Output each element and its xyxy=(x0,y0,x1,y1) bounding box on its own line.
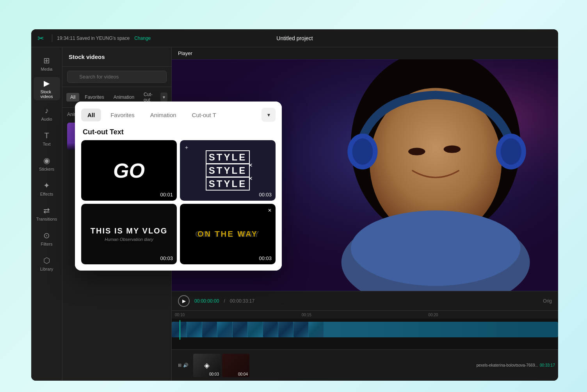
dropdown-card-style[interactable]: STYLE STYLE ✕ STYLE ✕ ＋ 00:03 xyxy=(180,140,276,201)
sidebar-item-stickers[interactable]: ◉ Stickers xyxy=(34,152,60,175)
app-logo-icon: ✂ xyxy=(37,34,44,43)
dropdown-card-vlog[interactable]: THIS IS MY VLOG Human Observation diary … xyxy=(81,204,177,264)
sidebar-item-text[interactable]: T Text xyxy=(34,127,60,150)
sidebar-item-effects[interactable]: ✦ Effects xyxy=(34,177,60,200)
timeline-track[interactable] xyxy=(172,320,558,340)
clip-label: pexels-ekaterina-bolovtsova-7669... xyxy=(477,363,538,367)
svg-point-10 xyxy=(501,138,521,165)
dropdown-section-title: Cut-out Text xyxy=(75,122,282,140)
card-style-text-3: STYLE xyxy=(206,177,250,191)
panel-title: Stock videos xyxy=(62,47,171,67)
sidebar-item-stock-videos[interactable]: ▶ Stockvideos xyxy=(34,77,60,100)
top-bar-divider xyxy=(52,34,52,42)
card-style-x-2: ✕ xyxy=(248,175,253,182)
svg-point-6 xyxy=(444,145,461,153)
sidebar-label-effects: Effects xyxy=(40,192,53,196)
frame-7 xyxy=(263,322,278,337)
save-info: 19:34:11 Saved in YEUNG's space xyxy=(57,36,130,41)
timeline-mark-10: 00:10 xyxy=(175,313,302,317)
bottom-thumb-2-time: 00:04 xyxy=(238,372,248,376)
frame-10 xyxy=(309,322,324,337)
panel-tab-more[interactable]: ▾ xyxy=(160,93,167,102)
sidebar-item-transitions[interactable]: ⇄ Transitions xyxy=(34,202,60,225)
dropdown-tab-all[interactable]: All xyxy=(81,109,101,121)
sidebar-item-library[interactable]: ⬡ Library xyxy=(34,252,60,275)
timeline: 00:10 00:15 00:20 xyxy=(172,310,558,349)
svg-point-8 xyxy=(352,138,373,165)
panel-tab-animation[interactable]: Animation xyxy=(110,93,138,102)
sidebar-label-media: Media xyxy=(41,67,53,71)
sidebar-label-audio: Audio xyxy=(41,117,52,121)
panel-tab-favorites[interactable]: Favorites xyxy=(81,93,108,102)
clip-info: pexels-ekaterina-bolovtsova-7669... 00:3… xyxy=(477,363,555,367)
stickers-icon: ◉ xyxy=(43,156,50,165)
card-style-text-wrap-3: STYLE ✕ xyxy=(206,178,250,189)
play-icon: ▶ xyxy=(182,298,186,304)
bottom-thumb-1-icon: ◈ xyxy=(204,361,210,370)
card-style-duration: 00:03 xyxy=(259,192,272,198)
timeline-clip xyxy=(172,322,558,337)
bottom-thumbs: ⊞ 🔊 ◈ 00:03 00:04 pexels-ekaterina-bolov… xyxy=(172,349,558,381)
sidebar-item-filters[interactable]: ⊙ Filters xyxy=(34,227,60,250)
dropdown-tab-animation[interactable]: Animation xyxy=(144,109,183,121)
bottom-thumb-1-time: 00:03 xyxy=(209,372,219,376)
bottom-thumb-2[interactable]: 00:04 xyxy=(222,354,249,377)
dropdown-card-onway[interactable]: ON THE WAY ON THE WAY ✕ 00:03 xyxy=(180,204,276,264)
dropdown-tab-favorites[interactable]: Favorites xyxy=(104,109,141,121)
dropdown-tab-more-button[interactable]: ▾ xyxy=(261,108,276,122)
frame-9 xyxy=(294,322,308,337)
play-button[interactable]: ▶ xyxy=(178,295,190,307)
card-go-duration: 00:01 xyxy=(160,192,173,198)
clip-end-time: 00:33:17 xyxy=(540,363,555,367)
card-style-text-wrap-2: STYLE ✕ xyxy=(206,165,250,176)
frame-1 xyxy=(172,322,187,337)
dropdown-tab-cutout[interactable]: Cut-out T xyxy=(186,109,222,121)
card-style-text-1: STYLE xyxy=(206,150,250,164)
time-separator: / xyxy=(224,298,225,304)
card-style-x-1: ✕ xyxy=(248,162,253,168)
card-vlog-content: THIS IS MY VLOG Human Observation diary xyxy=(91,226,167,242)
dropdown-tabs: All Favorites Animation Cut-out T ▾ xyxy=(75,102,282,122)
timeline-mark-15: 00:15 xyxy=(302,313,429,317)
frame-2 xyxy=(187,322,202,337)
sidebar-label-stickers: Stickers xyxy=(39,167,54,171)
svg-point-12 xyxy=(351,210,521,286)
sidebar-item-media[interactable]: ⊞ Media xyxy=(34,52,60,75)
sidebar-label-filters: Filters xyxy=(41,242,53,246)
card-vlog-sub-text: Human Observation diary xyxy=(105,237,153,242)
search-input[interactable] xyxy=(67,71,167,83)
filters-icon: ⊙ xyxy=(43,231,50,240)
timeline-clip-frames xyxy=(172,322,558,337)
bottom-thumb-1[interactable]: ◈ 00:03 xyxy=(193,354,221,377)
change-button[interactable]: Change xyxy=(134,36,151,41)
sidebar-item-audio[interactable]: ♪ Audio xyxy=(34,102,60,125)
sidebar-label-stock-videos: Stockvideos xyxy=(41,89,53,99)
frame-3 xyxy=(202,322,217,337)
player-controls: ▶ 00:00:00:00 / 00:00:33:17 Orig xyxy=(172,291,558,310)
project-title: Untitled project xyxy=(276,35,313,41)
sidebar-label-library: Library xyxy=(40,267,53,271)
card-onway-x: ✕ xyxy=(268,208,272,213)
bottom-thumb-icons: ⊞ 🔊 xyxy=(175,363,192,368)
dropdown-card-go[interactable]: GO 00:01 xyxy=(81,140,177,201)
sidebar-label-transitions: Transitions xyxy=(36,217,57,221)
frame-5 xyxy=(233,322,247,337)
card-style-text-wrap-1: STYLE xyxy=(206,152,250,163)
top-bar: ✂ 19:34:11 Saved in YEUNG's space Change… xyxy=(31,29,558,47)
dropdown-modal: All Favorites Animation Cut-out T ▾ Cut-… xyxy=(75,102,282,271)
effects-icon: ✦ xyxy=(43,181,50,190)
dropdown-grid: GO 00:01 STYLE STYLE ✕ STYLE ✕ xyxy=(75,140,282,271)
panel-tab-all[interactable]: All xyxy=(66,93,79,102)
media-icon: ⊞ xyxy=(43,56,50,65)
bottom-thumb-icon-1: ⊞ xyxy=(178,363,181,368)
svg-point-5 xyxy=(408,148,425,155)
stock-videos-icon: ▶ xyxy=(44,78,50,88)
card-vlog-main-text: THIS IS MY VLOG xyxy=(91,226,167,235)
current-time: 00:00:00:00 xyxy=(194,298,219,304)
frame-6 xyxy=(248,322,263,337)
card-onway-main-text: ON THE WAY xyxy=(197,230,258,239)
library-icon: ⬡ xyxy=(43,256,50,265)
playhead xyxy=(180,320,180,340)
transitions-icon: ⇄ xyxy=(43,206,50,215)
sidebar-label-text: Text xyxy=(43,142,50,146)
